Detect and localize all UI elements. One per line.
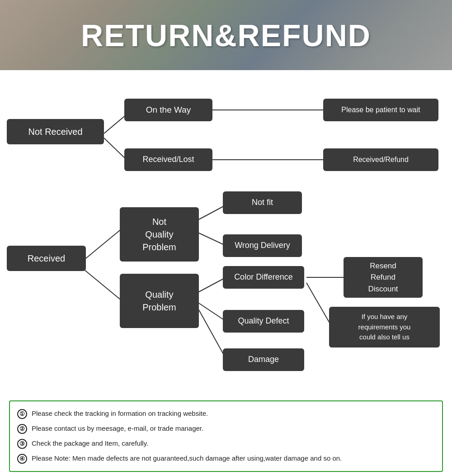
color-difference-node: Color Difference [223, 266, 304, 289]
note-number-1: ① [17, 409, 27, 419]
note-text-1: Please check the tracking in formation o… [32, 409, 208, 419]
note-item-3: ③ Check the package and Item, carefully. [17, 438, 433, 449]
resend-refund-node: Resend Refund Discount [344, 257, 423, 298]
header-banner: RETURN&REFUND [0, 0, 452, 70]
note-item-2: ② Please contact us by meesage, e-mail, … [17, 424, 433, 434]
svg-line-9 [199, 303, 226, 321]
received-lost-node: Received/Lost [124, 148, 212, 171]
svg-line-12 [306, 283, 330, 324]
note-item-4: ④ Please Note: Men made defects are not … [17, 453, 433, 464]
received-node: Received [7, 246, 86, 271]
note-number-4: ④ [17, 454, 27, 464]
not-fit-node: Not fit [223, 191, 302, 214]
svg-line-4 [84, 228, 122, 260]
note-text-4: Please Note: Men made defects are not gu… [32, 453, 342, 464]
note-number-2: ② [17, 424, 27, 434]
notes-section: ① Please check the tracking in formation… [9, 400, 443, 472]
note-number-3: ③ [17, 439, 27, 449]
diagram-area: Not Received On the Way Received/Lost Pl… [0, 70, 452, 396]
svg-line-8 [199, 277, 226, 292]
note-text-3: Check the package and Item, carefully. [32, 438, 148, 449]
svg-line-5 [84, 269, 122, 301]
svg-line-7 [199, 233, 226, 246]
note-item-1: ① Please check the tracking in formation… [17, 409, 433, 419]
svg-line-1 [104, 138, 127, 160]
page-title: RETURN&REFUND [81, 18, 371, 53]
damage-node: Damage [223, 348, 304, 371]
svg-line-10 [199, 310, 226, 359]
svg-line-6 [199, 205, 226, 219]
note-text-2: Please contact us by meesage, e-mail, or… [32, 424, 203, 434]
requirements-node: If you have any requirements you could a… [329, 307, 440, 347]
please-wait-node: Please be patient to wait [323, 99, 438, 121]
wrong-delivery-node: Wrong Delivery [223, 234, 302, 257]
not-quality-node: Not Quality Problem [120, 207, 199, 262]
svg-line-0 [104, 114, 127, 133]
flowchart: Not Received On the Way Received/Lost Pl… [5, 79, 447, 387]
quality-defect-node: Quality Defect [223, 310, 304, 333]
quality-problem-node: Quality Problem [120, 274, 199, 328]
received-refund-node: Received/Refund [323, 148, 438, 171]
not-received-node: Not Received [7, 119, 104, 144]
on-the-way-node: On the Way [124, 99, 212, 121]
